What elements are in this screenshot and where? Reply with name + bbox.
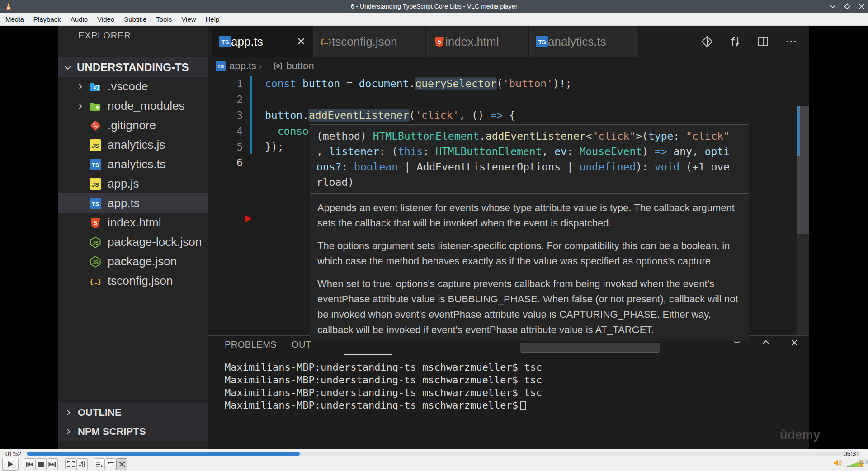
- speaker-icon: [833, 458, 843, 469]
- volume-control[interactable]: 110%: [833, 458, 863, 469]
- section-label: OUTLINE: [78, 407, 122, 419]
- hover-docs: Appends an event listener for events who…: [310, 194, 749, 351]
- git-file-icon: [90, 120, 101, 132]
- chevron-right-icon: [76, 102, 84, 110]
- more-actions-button[interactable]: [785, 35, 797, 48]
- tab-index-html[interactable]: 5index.html: [426, 26, 529, 57]
- folder-node-file-icon: [90, 100, 101, 112]
- seek-fill: [27, 452, 300, 456]
- svg-text:TS: TS: [92, 162, 99, 169]
- tab-app-ts[interactable]: TSapp.ts✕: [212, 26, 313, 57]
- file-item-analytics-ts[interactable]: TSanalytics.ts: [58, 155, 208, 174]
- svg-text:JS: JS: [92, 181, 99, 188]
- node-file-icon: JS: [90, 256, 101, 268]
- file-item--vscode[interactable]: .vscode: [58, 77, 208, 96]
- doc-line: be invoked when event's eventPhase attri…: [317, 307, 741, 322]
- doc-line: which case the method behaves exactly as…: [317, 254, 741, 269]
- tab-label: analytics.ts: [548, 35, 606, 49]
- fullscreen-button[interactable]: [65, 458, 76, 470]
- tab-close-icon[interactable]: ✕: [288, 35, 306, 48]
- maximize-button[interactable]: [844, 3, 851, 10]
- menu-media[interactable]: Media: [5, 15, 24, 23]
- file-item--gitignore[interactable]: .gitignore: [58, 116, 208, 135]
- file-item-app-ts[interactable]: TSapp.ts: [58, 193, 208, 213]
- panel-maximize-icon[interactable]: [760, 337, 771, 348]
- extended-settings-button[interactable]: [76, 458, 88, 470]
- play-button[interactable]: [2, 458, 19, 471]
- breadcrumb-item[interactable]: button: [287, 60, 314, 72]
- line-number: 4: [208, 123, 243, 139]
- file-name: node_modules: [108, 99, 185, 113]
- menu-audio[interactable]: Audio: [71, 15, 88, 23]
- seek-bar[interactable]: [27, 452, 855, 456]
- tab-analytics-ts[interactable]: TSanalytics.ts: [529, 26, 639, 57]
- menu-playback[interactable]: Playback: [33, 15, 61, 23]
- editor-group: TSapp.ts✕{…}tsconfig.json5index.htmlTSan…: [208, 26, 809, 449]
- minimize-button[interactable]: [829, 3, 836, 10]
- vscode-window: EXPLORER UNDERSTANDING-TS .vscodenode_mo…: [58, 26, 809, 449]
- chevron-right-icon: [64, 428, 72, 436]
- split-editor-button[interactable]: [757, 35, 769, 48]
- file-item-package-json[interactable]: JSpackage.json: [58, 252, 208, 271]
- line-number: 6: [208, 155, 243, 171]
- panel-tab-problems[interactable]: PROBLEMS: [225, 338, 277, 351]
- file-name: analytics.js: [108, 138, 165, 152]
- panel-close-icon[interactable]: [789, 337, 800, 348]
- sidebar-section-outline[interactable]: OUTLINE: [58, 403, 208, 422]
- section-label: NPM SCRIPTS: [78, 426, 146, 438]
- line-number: 3: [208, 108, 243, 123]
- doc-line: sets the callback that will be invoked w…: [317, 216, 741, 231]
- file-item-app-js[interactable]: JSapp.js: [58, 174, 208, 193]
- doc-line: Appends an event listener for events who…: [317, 200, 741, 216]
- open-changes-button[interactable]: [701, 35, 713, 48]
- window-title: 6 - Understanding TypeScript Core Libs -…: [0, 3, 868, 10]
- titlebar: 6 - Understanding TypeScript Core Libs -…: [0, 0, 868, 13]
- menu-tools[interactable]: Tools: [156, 15, 172, 23]
- file-name: app.ts: [108, 196, 140, 210]
- breadcrumb-item[interactable]: app.ts: [229, 60, 256, 72]
- menubar: MediaPlaybackAudioVideoSubtitleToolsView…: [0, 13, 868, 26]
- close-button[interactable]: [858, 3, 865, 10]
- sidebar-section-npm-scripts[interactable]: NPM SCRIPTS: [58, 422, 208, 441]
- menu-help[interactable]: Help: [206, 15, 220, 23]
- node-file-icon: JS: [90, 236, 101, 248]
- code-text: });: [265, 139, 284, 155]
- file-name: package.json: [108, 254, 177, 268]
- editor-scrollbar[interactable]: [797, 106, 809, 335]
- random-button[interactable]: [116, 458, 127, 470]
- workspace-header[interactable]: UNDERSTANDING-TS: [58, 57, 208, 77]
- svg-text:TS: TS: [538, 39, 546, 46]
- file-item-analytics-js[interactable]: JSanalytics.js: [58, 135, 208, 155]
- explorer-title: EXPLORER: [78, 30, 131, 41]
- playlist-button[interactable]: [94, 458, 105, 470]
- next-button[interactable]: [47, 458, 58, 470]
- ts-file-icon: TS: [536, 36, 548, 47]
- breadcrumb-separator: ›: [259, 61, 262, 71]
- stop-button[interactable]: [35, 458, 47, 470]
- sync-changes-button[interactable]: [729, 35, 741, 48]
- svg-text:TS: TS: [217, 64, 224, 69]
- file-item-package-lock-json[interactable]: JSpackage-lock.json: [58, 232, 208, 252]
- menu-subtitle[interactable]: Subtitle: [124, 15, 146, 23]
- code-text: const button = document.querySelector('b…: [265, 76, 572, 92]
- terminal-output[interactable]: Maximilians-MBP:understanding-ts mschwar…: [225, 361, 542, 412]
- previous-button[interactable]: [24, 458, 35, 470]
- panel-tab-out[interactable]: OUT: [292, 338, 311, 351]
- file-name: .gitignore: [108, 118, 156, 132]
- file-item-index-html[interactable]: 5index.html: [58, 213, 208, 232]
- svg-text:5: 5: [438, 38, 441, 45]
- chevron-down-icon: [63, 63, 72, 72]
- file-item-node-modules[interactable]: node_modules: [58, 96, 208, 116]
- tab-tsconfig-json[interactable]: {…}tsconfig.json: [313, 26, 426, 57]
- file-item-tsconfig-json[interactable]: {…}tsconfig.json: [58, 271, 208, 291]
- loop-button[interactable]: [105, 458, 116, 470]
- terminal-line: Maximilians-MBP:understanding-ts mschwar…: [225, 399, 542, 412]
- svg-text:TS: TS: [222, 39, 229, 46]
- line-number: 2: [208, 92, 243, 108]
- terminal-line: Maximilians-MBP:understanding-ts mschwar…: [225, 361, 542, 374]
- hover-tooltip: (method) HTMLButtonElement.addEventListe…: [310, 124, 749, 341]
- video-area[interactable]: EXPLORER UNDERSTANDING-TS .vscodenode_mo…: [0, 26, 868, 449]
- menu-view[interactable]: View: [181, 15, 196, 23]
- total-time: 05:31: [844, 450, 859, 457]
- menu-video[interactable]: Video: [97, 15, 114, 23]
